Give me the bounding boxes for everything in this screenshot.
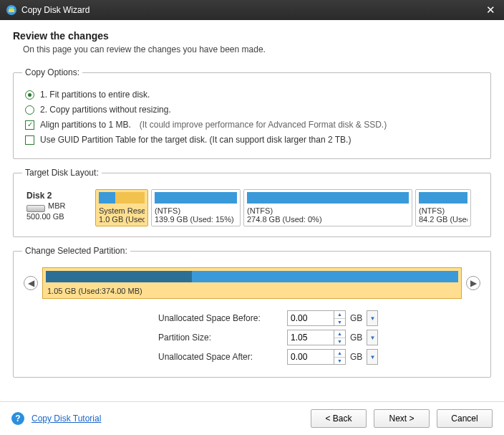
- page-subheading: On this page you can review the changes …: [23, 44, 491, 54]
- checkbox-guid-label: Use GUID Partition Table for the target …: [40, 135, 351, 145]
- copy-options-legend: Copy Options:: [22, 67, 82, 77]
- target-disk-layout-group: Target Disk Layout: Disk 2 MBR 500.00 GB…: [13, 168, 491, 237]
- next-button[interactable]: Next >: [374, 409, 430, 428]
- titlebar: Copy Disk Wizard ✕: [0, 0, 504, 20]
- space-after-label: Unallocated Space After:: [158, 352, 287, 362]
- prev-partition-button[interactable]: ◀: [24, 276, 38, 290]
- app-icon: [6, 4, 17, 16]
- radio-fit-label: 1. Fit partitions to entire disk.: [40, 90, 150, 100]
- space-after-spinner[interactable]: ▲▼: [334, 349, 346, 365]
- partition-2[interactable]: (NTFS)274.8 GB (Used: 0%): [243, 189, 412, 226]
- partition-label2: 84.2 GB (Used: 0%): [419, 215, 467, 224]
- close-icon[interactable]: ✕: [483, 4, 498, 16]
- back-button[interactable]: < Back: [311, 409, 367, 428]
- partition-size-label: Partition Size:: [158, 333, 287, 343]
- unit-dropdown[interactable]: ▼: [367, 330, 378, 345]
- partition-size-bar[interactable]: 1.05 GB (Used:374.00 MB): [42, 267, 462, 299]
- window-title: Copy Disk Wizard: [21, 5, 483, 15]
- space-before-input[interactable]: [287, 310, 334, 326]
- radio-no-resize-label: 2. Copy partitions without resizing.: [40, 105, 171, 115]
- space-after-input[interactable]: [287, 349, 334, 365]
- partition-label1: (NTFS): [419, 206, 467, 215]
- footer: ? Copy Disk Tutorial < Back Next > Cance…: [0, 401, 504, 435]
- disk-info: Disk 2 MBR 500.00 GB: [24, 189, 91, 226]
- partition-bar: [247, 192, 409, 204]
- partition-size-spinner[interactable]: ▲▼: [334, 330, 346, 345]
- change-selected-legend: Change Selected Partition:: [22, 246, 130, 256]
- radio-no-resize[interactable]: [25, 105, 34, 115]
- unit-dropdown[interactable]: ▼: [367, 310, 378, 326]
- unit-label: GB: [350, 352, 362, 362]
- disk-size: 500.00 GB: [26, 212, 88, 221]
- svg-rect-1: [9, 9, 14, 12]
- partition-label2: 139.9 GB (Used: 15%): [155, 215, 237, 224]
- partition-label1: System Reserved: [99, 206, 145, 215]
- cancel-button[interactable]: Cancel: [437, 409, 493, 428]
- partition-label2: 1.0 GB (Used:36%): [99, 215, 145, 224]
- partition-bar-label: 1.05 GB (Used:374.00 MB): [47, 287, 142, 295]
- checkbox-align-label: Align partitions to 1 MB.: [40, 120, 131, 130]
- target-layout-legend: Target Disk Layout:: [22, 168, 102, 178]
- unit-label: GB: [350, 313, 362, 323]
- unit-label: GB: [350, 333, 362, 343]
- partition-used: [46, 271, 192, 282]
- page-heading: Review the changes: [13, 30, 491, 42]
- space-before-label: Unallocated Space Before:: [158, 313, 287, 323]
- unit-dropdown[interactable]: ▼: [367, 349, 378, 365]
- help-icon[interactable]: ?: [11, 412, 24, 425]
- partition-bar: [99, 192, 145, 204]
- disk-name: Disk 2: [26, 191, 88, 201]
- partition-3[interactable]: (NTFS)84.2 GB (Used: 0%): [415, 189, 471, 226]
- partition-0[interactable]: System Reserved1.0 GB (Used:36%): [95, 189, 148, 226]
- change-selected-group: Change Selected Partition: ◀ 1.05 GB (Us…: [13, 246, 491, 378]
- partition-label1: (NTFS): [247, 206, 409, 215]
- partition-size-input[interactable]: [287, 330, 334, 345]
- partition-label2: 274.8 GB (Used: 0%): [247, 215, 409, 224]
- svg-rect-2: [9, 7, 14, 9]
- partition-1[interactable]: (NTFS)139.9 GB (Used: 15%): [151, 189, 241, 226]
- checkbox-guid[interactable]: [25, 135, 34, 145]
- checkbox-align-hint: (It could improve performance for Advanc…: [140, 120, 387, 130]
- checkbox-align[interactable]: ✓: [25, 120, 34, 130]
- partition-label1: (NTFS): [155, 206, 237, 215]
- hdd-icon: [26, 205, 45, 212]
- partition-bar: [419, 192, 467, 204]
- disk-type: MBR: [48, 201, 65, 210]
- space-before-spinner[interactable]: ▲▼: [334, 310, 346, 326]
- radio-fit-partitions[interactable]: [25, 90, 34, 100]
- partition-bar: [155, 192, 237, 204]
- tutorial-link[interactable]: Copy Disk Tutorial: [32, 414, 101, 424]
- copy-options-group: Copy Options: 1. Fit partitions to entir…: [13, 67, 491, 159]
- next-partition-button[interactable]: ▶: [466, 276, 480, 290]
